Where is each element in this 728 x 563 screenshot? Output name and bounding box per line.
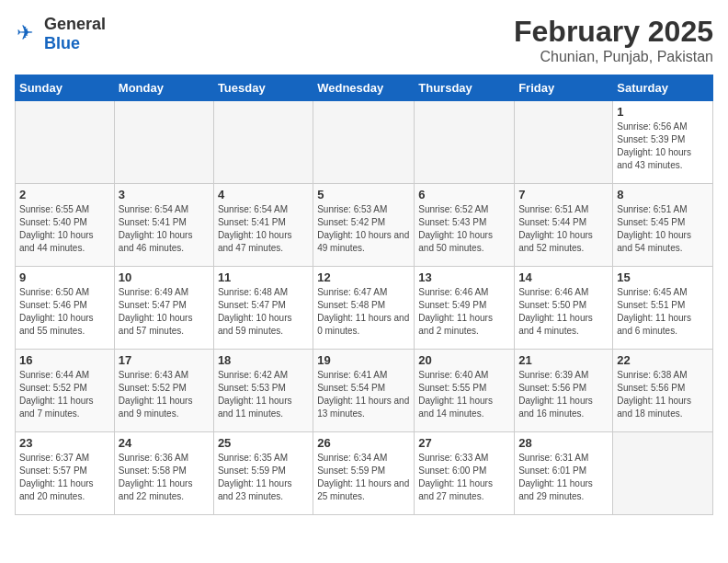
calendar-cell: 17Sunrise: 6:43 AM Sunset: 5:52 PM Dayli… bbox=[114, 350, 213, 432]
day-info: Sunrise: 6:54 AM Sunset: 5:41 PM Dayligh… bbox=[218, 203, 309, 255]
day-number: 1 bbox=[617, 105, 709, 119]
day-info: Sunrise: 6:46 AM Sunset: 5:49 PM Dayligh… bbox=[418, 286, 510, 338]
day-number: 10 bbox=[119, 270, 210, 284]
day-info: Sunrise: 6:31 AM Sunset: 6:01 PM Dayligh… bbox=[518, 452, 609, 503]
day-info: Sunrise: 6:55 AM Sunset: 5:40 PM Dayligh… bbox=[19, 203, 110, 255]
day-info: Sunrise: 6:53 AM Sunset: 5:42 PM Dayligh… bbox=[317, 203, 410, 255]
calendar-cell: 3Sunrise: 6:54 AM Sunset: 5:41 PM Daylig… bbox=[114, 184, 213, 267]
day-info: Sunrise: 6:50 AM Sunset: 5:46 PM Dayligh… bbox=[19, 286, 110, 338]
day-number: 11 bbox=[218, 270, 309, 284]
calendar-cell bbox=[16, 101, 115, 184]
day-info: Sunrise: 6:43 AM Sunset: 5:52 PM Dayligh… bbox=[119, 369, 210, 420]
day-number: 19 bbox=[317, 353, 410, 367]
day-number: 28 bbox=[518, 436, 609, 450]
day-number: 23 bbox=[19, 436, 110, 450]
calendar-cell bbox=[114, 101, 213, 184]
logo: ✈ General Blue bbox=[15, 15, 106, 53]
day-number: 24 bbox=[119, 436, 210, 450]
svg-text:✈: ✈ bbox=[17, 21, 33, 44]
calendar-header-row: SundayMondayTuesdayWednesdayThursdayFrid… bbox=[16, 75, 713, 101]
day-number: 17 bbox=[119, 353, 210, 367]
calendar-cell: 6Sunrise: 6:52 AM Sunset: 5:43 PM Daylig… bbox=[415, 184, 515, 267]
calendar-cell: 9Sunrise: 6:50 AM Sunset: 5:46 PM Daylig… bbox=[16, 267, 115, 350]
title-block: February 2025 Chunian, Punjab, Pakistan bbox=[514, 15, 713, 65]
day-number: 7 bbox=[518, 188, 609, 201]
calendar-cell: 4Sunrise: 6:54 AM Sunset: 5:41 PM Daylig… bbox=[213, 184, 313, 267]
day-number: 13 bbox=[418, 270, 510, 284]
col-header-monday: Monday bbox=[114, 75, 213, 101]
day-info: Sunrise: 6:37 AM Sunset: 5:57 PM Dayligh… bbox=[19, 452, 110, 503]
calendar-cell bbox=[415, 101, 515, 184]
logo-text-blue: Blue bbox=[44, 34, 80, 52]
col-header-tuesday: Tuesday bbox=[213, 75, 313, 101]
day-number: 21 bbox=[518, 353, 609, 367]
calendar-cell bbox=[313, 101, 415, 184]
calendar-cell: 12Sunrise: 6:47 AM Sunset: 5:48 PM Dayli… bbox=[313, 267, 415, 350]
day-number: 15 bbox=[617, 270, 709, 284]
col-header-sunday: Sunday bbox=[16, 75, 115, 101]
calendar-cell: 25Sunrise: 6:35 AM Sunset: 5:59 PM Dayli… bbox=[213, 432, 313, 515]
day-number: 22 bbox=[617, 353, 709, 367]
calendar-cell: 24Sunrise: 6:36 AM Sunset: 5:58 PM Dayli… bbox=[114, 432, 213, 515]
day-number: 20 bbox=[418, 353, 510, 367]
calendar-cell: 11Sunrise: 6:48 AM Sunset: 5:47 PM Dayli… bbox=[213, 267, 313, 350]
day-number: 8 bbox=[617, 188, 709, 201]
day-info: Sunrise: 6:54 AM Sunset: 5:41 PM Dayligh… bbox=[119, 203, 210, 255]
logo-icon: ✈ bbox=[15, 21, 40, 47]
calendar-cell: 23Sunrise: 6:37 AM Sunset: 5:57 PM Dayli… bbox=[16, 432, 115, 515]
day-info: Sunrise: 6:52 AM Sunset: 5:43 PM Dayligh… bbox=[418, 203, 510, 255]
calendar-cell: 10Sunrise: 6:49 AM Sunset: 5:47 PM Dayli… bbox=[114, 267, 213, 350]
calendar-cell: 27Sunrise: 6:33 AM Sunset: 6:00 PM Dayli… bbox=[415, 432, 515, 515]
day-number: 25 bbox=[218, 436, 309, 450]
day-number: 27 bbox=[418, 436, 510, 450]
calendar-cell: 15Sunrise: 6:45 AM Sunset: 5:51 PM Dayli… bbox=[613, 267, 713, 350]
day-info: Sunrise: 6:51 AM Sunset: 5:44 PM Dayligh… bbox=[518, 203, 609, 255]
day-info: Sunrise: 6:49 AM Sunset: 5:47 PM Dayligh… bbox=[119, 286, 210, 338]
calendar-table: SundayMondayTuesdayWednesdayThursdayFrid… bbox=[15, 75, 713, 515]
calendar-cell bbox=[613, 432, 713, 515]
day-info: Sunrise: 6:34 AM Sunset: 5:59 PM Dayligh… bbox=[317, 452, 410, 503]
col-header-saturday: Saturday bbox=[613, 75, 713, 101]
calendar-cell: 2Sunrise: 6:55 AM Sunset: 5:40 PM Daylig… bbox=[16, 184, 115, 267]
calendar-cell: 5Sunrise: 6:53 AM Sunset: 5:42 PM Daylig… bbox=[313, 184, 415, 267]
col-header-wednesday: Wednesday bbox=[313, 75, 415, 101]
calendar-cell: 18Sunrise: 6:42 AM Sunset: 5:53 PM Dayli… bbox=[213, 350, 313, 432]
day-number: 26 bbox=[317, 436, 410, 450]
calendar-cell: 22Sunrise: 6:38 AM Sunset: 5:56 PM Dayli… bbox=[613, 350, 713, 432]
day-number: 14 bbox=[518, 270, 609, 284]
day-info: Sunrise: 6:48 AM Sunset: 5:47 PM Dayligh… bbox=[218, 286, 309, 338]
page-header: ✈ General Blue February 2025 Chunian, Pu… bbox=[15, 15, 713, 65]
calendar-week-1: 1Sunrise: 6:56 AM Sunset: 5:39 PM Daylig… bbox=[16, 101, 713, 184]
calendar-cell: 13Sunrise: 6:46 AM Sunset: 5:49 PM Dayli… bbox=[415, 267, 515, 350]
day-info: Sunrise: 6:40 AM Sunset: 5:55 PM Dayligh… bbox=[418, 369, 510, 420]
day-number: 4 bbox=[218, 188, 309, 201]
calendar-cell: 14Sunrise: 6:46 AM Sunset: 5:50 PM Dayli… bbox=[515, 267, 613, 350]
col-header-friday: Friday bbox=[515, 75, 613, 101]
day-info: Sunrise: 6:35 AM Sunset: 5:59 PM Dayligh… bbox=[218, 452, 309, 503]
day-info: Sunrise: 6:44 AM Sunset: 5:52 PM Dayligh… bbox=[19, 369, 110, 420]
day-number: 5 bbox=[317, 188, 410, 201]
calendar-cell: 28Sunrise: 6:31 AM Sunset: 6:01 PM Dayli… bbox=[515, 432, 613, 515]
day-info: Sunrise: 6:45 AM Sunset: 5:51 PM Dayligh… bbox=[617, 286, 709, 338]
calendar-cell: 19Sunrise: 6:41 AM Sunset: 5:54 PM Dayli… bbox=[313, 350, 415, 432]
day-number: 12 bbox=[317, 270, 410, 284]
day-info: Sunrise: 6:33 AM Sunset: 6:00 PM Dayligh… bbox=[418, 452, 510, 503]
calendar-week-3: 9Sunrise: 6:50 AM Sunset: 5:46 PM Daylig… bbox=[16, 267, 713, 350]
day-number: 3 bbox=[119, 188, 210, 201]
day-number: 2 bbox=[19, 188, 110, 201]
calendar-week-4: 16Sunrise: 6:44 AM Sunset: 5:52 PM Dayli… bbox=[16, 350, 713, 432]
day-number: 9 bbox=[19, 270, 110, 284]
day-info: Sunrise: 6:41 AM Sunset: 5:54 PM Dayligh… bbox=[317, 369, 410, 420]
calendar-week-2: 2Sunrise: 6:55 AM Sunset: 5:40 PM Daylig… bbox=[16, 184, 713, 267]
calendar-cell: 8Sunrise: 6:51 AM Sunset: 5:45 PM Daylig… bbox=[613, 184, 713, 267]
calendar-cell: 7Sunrise: 6:51 AM Sunset: 5:44 PM Daylig… bbox=[515, 184, 613, 267]
calendar-cell: 16Sunrise: 6:44 AM Sunset: 5:52 PM Dayli… bbox=[16, 350, 115, 432]
day-info: Sunrise: 6:42 AM Sunset: 5:53 PM Dayligh… bbox=[218, 369, 309, 420]
day-info: Sunrise: 6:39 AM Sunset: 5:56 PM Dayligh… bbox=[518, 369, 609, 420]
day-number: 18 bbox=[218, 353, 309, 367]
day-info: Sunrise: 6:51 AM Sunset: 5:45 PM Dayligh… bbox=[617, 203, 709, 255]
day-info: Sunrise: 6:56 AM Sunset: 5:39 PM Dayligh… bbox=[617, 121, 709, 172]
day-info: Sunrise: 6:46 AM Sunset: 5:50 PM Dayligh… bbox=[518, 286, 609, 338]
month-year: February 2025 bbox=[514, 15, 713, 49]
location: Chunian, Punjab, Pakistan bbox=[514, 49, 713, 65]
